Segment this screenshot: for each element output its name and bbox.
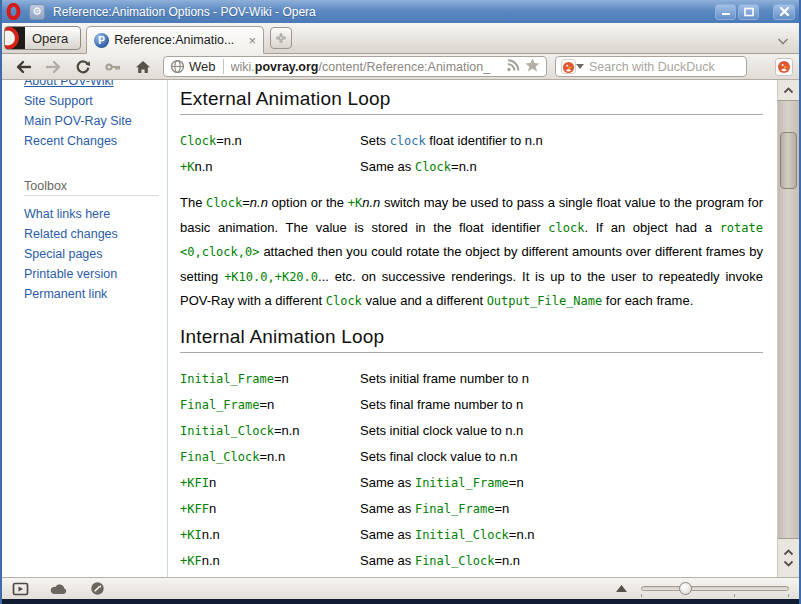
code-keyword: Final_Frame [415,502,494,516]
code-keyword: Final_Clock [415,554,494,568]
opera-menu-button[interactable]: Opera [4,26,81,50]
status-bar [2,577,799,599]
code-link[interactable]: clock [390,134,426,148]
code-keyword: +KFF [180,502,209,516]
text-run: Same as [360,527,415,542]
rss-feed-icon[interactable] [506,59,520,75]
back-button[interactable] [8,60,38,74]
fit-to-width-button[interactable] [616,585,627,592]
active-tab[interactable]: P Reference:Animatio... × [86,26,264,54]
option-description: Sets initial clock value to n.n [360,418,523,444]
web-badge-label: Web [189,59,216,74]
duckduckgo-icon [561,59,576,74]
tab-list-chevron-icon[interactable] [777,38,789,45]
url-path: /content/Reference:Animation_ [318,60,490,74]
window-menu-icon[interactable]: ⚙ [29,4,45,20]
window-bottom-border [2,599,799,604]
code-keyword: Initial_Frame [180,372,274,386]
sidebar-link-site-support[interactable]: Site Support [2,91,167,111]
forward-button[interactable] [38,60,68,74]
unite-cloud-icon [50,583,69,595]
text-run: Sets [360,133,390,148]
code-keyword: +K10.0,+K20.0 [224,270,318,284]
text-run: Same as [360,159,415,174]
bookmark-star-icon[interactable] [525,58,540,75]
code-keyword: Clock [326,294,362,308]
text-run: =n.n [216,133,242,148]
new-tab-button[interactable] [270,27,292,49]
zoom-slider[interactable] [641,581,789,597]
definition-row: +Kn.n Same as Clock=n.n [180,154,763,180]
code-keyword: Output_File_Name [487,294,603,308]
option-description: Same as Final_Frame=n [360,496,509,522]
code-keyword: +KI [180,528,202,542]
search-box[interactable] [555,56,747,77]
forward-icon [45,60,62,74]
code-keyword: +KFI [180,476,209,490]
option-term: Final_Frame=n [180,392,360,418]
code-keyword: +K [180,160,194,174]
close-icon [779,6,790,17]
sidebar-link-special-pages[interactable]: Special pages [2,244,167,264]
sidebar-link-recent-changes[interactable]: Recent Changes [2,131,167,151]
option-term: +KIn.n [180,522,360,548]
password-key-button[interactable] [98,61,128,73]
search-engine-dropdown-icon[interactable] [576,64,584,69]
definition-row: +KFn.n Same as Final_Clock=n.n [180,548,763,574]
maximize-button[interactable] [738,4,759,20]
web-badge-button[interactable]: Web [170,59,216,74]
sidebar-link-permanent-link[interactable]: Permanent link [2,284,167,304]
scroll-down-icon[interactable] [783,560,794,567]
text-run: for each frame. [602,293,693,308]
code-keyword: Clock [180,134,216,148]
turbo-gauge-icon [90,581,105,596]
wiki-sidebar: About POV-Wiki Site Support Main POV-Ray… [2,80,168,577]
option-description: Same as Final_Clock=n.n [360,548,520,574]
zoom-slider-handle[interactable] [679,582,692,595]
duckduckgo-quick-icon[interactable] [775,58,793,76]
sidebar-link-related-changes[interactable]: Related changes [2,224,167,244]
zoom-slider-track[interactable] [641,586,789,591]
option-description: Sets initial frame number to n [360,366,529,392]
sidebar-link-main-site[interactable]: Main POV-Ray Site [2,111,167,131]
titlebar[interactable]: ⚙ Reference:Animation Options - POV-Wiki… [2,0,799,23]
sidebar-link-about[interactable]: About POV-Wiki [2,80,167,91]
reload-button[interactable] [68,59,98,75]
opera-menu-label: Opera [32,31,68,46]
panel-toggle-icon [12,582,29,596]
code-keyword: +K [348,196,362,210]
close-button[interactable] [773,4,795,20]
scroll-up-icon[interactable] [783,549,794,556]
key-icon [105,61,122,73]
text-run: The [180,195,206,210]
home-button[interactable] [128,60,158,74]
address-bar[interactable]: Web wiki.povray.org/content/Reference:An… [163,56,547,77]
sidebar-link-what-links-here[interactable]: What links here [2,204,167,224]
code-keyword: Clock [206,196,242,210]
text-run: Sets final frame number to n [360,397,523,412]
vertical-scrollbar[interactable] [777,80,799,577]
scrollbar-thumb[interactable] [780,132,797,189]
text-run: =n [509,475,524,490]
text-run: Sets final clock value to n.n [360,449,518,464]
text-run: =n.n [509,527,535,542]
opera-turbo-button[interactable] [90,581,105,596]
code-keyword: Initial_Clock [180,424,274,438]
url-text[interactable]: wiki.povray.org/content/Reference:Animat… [231,60,502,74]
text-run: n [209,501,216,516]
minimize-button[interactable] [715,4,736,20]
new-tab-icon [275,32,287,44]
panel-toggle-button[interactable] [12,582,29,596]
tab-close-icon[interactable]: × [249,34,257,47]
text-run: Same as [360,501,415,516]
option-term: +Kn.n [180,154,360,180]
search-input[interactable] [589,60,741,74]
text-run: =n.n [274,423,300,438]
option-term: +KFIn [180,470,360,496]
scroll-up-button[interactable] [778,80,799,100]
text-run: n.n [202,527,220,542]
scrollbar-track[interactable] [778,100,799,539]
opera-unite-button[interactable] [50,583,69,595]
sidebar-link-printable-version[interactable]: Printable version [2,264,167,284]
text-run: Sets initial clock value to n.n [360,423,523,438]
